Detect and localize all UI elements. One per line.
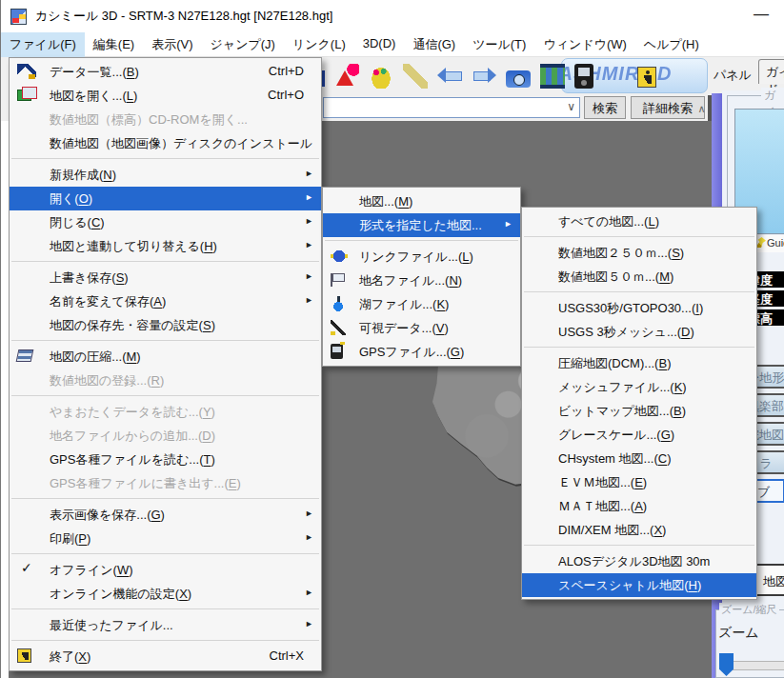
menu-item[interactable]: ALOSデジタル3D地図 30m: [522, 549, 756, 573]
menu-item[interactable]: GPSファイル...(G): [323, 340, 520, 364]
menu-item[interactable]: グレースケール...(G): [522, 423, 756, 447]
gps-icon: [331, 344, 343, 359]
menu-item[interactable]: USGS 3秒メッシュ...(D): [522, 320, 756, 344]
search-button[interactable]: 検索: [584, 96, 626, 119]
menu-item[interactable]: 上書き保存(S)►: [10, 266, 321, 289]
guide-button[interactable]: Guide: [754, 235, 784, 252]
tab-guide[interactable]: ガイド: [758, 59, 784, 84]
menu-item[interactable]: 最近使ったファイル...►: [10, 613, 321, 637]
menu-item[interactable]: オンライン機能の設定(X)►: [10, 582, 321, 606]
menu-item[interactable]: 地図の圧縮...(M): [10, 345, 321, 369]
menubar-item[interactable]: ツール(T): [464, 32, 534, 57]
menu-separator: [524, 347, 754, 348]
zoom-groupbox-label: ズーム/縮尺: [719, 603, 779, 617]
camera-icon[interactable]: [506, 70, 531, 88]
menu-item[interactable]: 地図の保存先・容量の設定(S): [10, 313, 321, 337]
minimize-button[interactable]: —: [749, 6, 774, 23]
menu-separator: [11, 498, 319, 499]
menu-item[interactable]: 可視データ...(V): [323, 316, 520, 340]
menubar-item[interactable]: 通信(G): [404, 32, 464, 57]
menu-separator: [524, 291, 754, 292]
flag-icon: [331, 273, 344, 287]
menu-item[interactable]: 地図と連動して切り替える(H)►: [10, 234, 321, 258]
menu-item-label: やまおたくデータを読む...(Y): [50, 405, 215, 419]
help-icon[interactable]: [603, 64, 628, 89]
arrow-left-icon[interactable]: [437, 64, 462, 89]
menu-item-label: 数値地図の登録...(R): [50, 373, 164, 388]
menu-item[interactable]: 数値地図（標高）CD-ROMを開く...: [10, 108, 321, 131]
menu-item[interactable]: 形式を指定した地図...►: [323, 213, 520, 237]
menu-item[interactable]: 名前を変えて保存(A)►: [10, 289, 321, 313]
search-combobox[interactable]: ∨: [323, 97, 580, 118]
menubar-item[interactable]: 編集(E): [85, 32, 143, 57]
menu-item[interactable]: リンクファイル...(L): [323, 245, 520, 269]
window-title: カシミール 3D - SRTM-3 N27E128.hgt [N27E128.h…: [35, 8, 332, 25]
menu-item[interactable]: 終了(X)Ctrl+X: [10, 645, 321, 668]
menu-item[interactable]: USGS30秒/GTOPO30...(I): [522, 296, 756, 320]
menubar-item[interactable]: ウィンドウ(W): [534, 32, 634, 57]
menu-item[interactable]: オフライン(W): [10, 558, 321, 582]
menu-item[interactable]: スペースシャトル地図(H): [522, 573, 756, 597]
mountain-flag-icon[interactable]: [334, 64, 359, 89]
chevron-down-icon[interactable]: ∨: [567, 100, 575, 113]
compress-icon: [16, 349, 34, 362]
menu-item[interactable]: やまおたくデータを読む...(Y): [10, 400, 321, 424]
submenu-arrow-icon: ►: [305, 216, 313, 226]
menu-item[interactable]: CHsystem 地図...(C): [522, 447, 756, 470]
menu-item[interactable]: 地名ファイル...(N): [323, 269, 520, 292]
app-logo-icon: [10, 9, 27, 25]
ruler-icon[interactable]: [403, 64, 428, 89]
menu-item[interactable]: 地図...(M): [323, 189, 520, 213]
menu-item[interactable]: すべての地図...(L): [522, 209, 756, 233]
menu-item[interactable]: ビットマップ地図...(B): [522, 399, 756, 423]
menu-item[interactable]: 表示画像を保存...(G)►: [10, 503, 321, 527]
menu-item-label: DIM/XEM 地図...(X): [558, 523, 666, 537]
visible-pen-icon: [331, 320, 346, 335]
palette-icon[interactable]: [369, 64, 393, 89]
menu-item[interactable]: ＭＡＴ地図...(A): [522, 494, 756, 518]
menu-item[interactable]: 地名ファイルからの追加...(D): [10, 424, 321, 448]
menu-item[interactable]: メッシュファイル...(K): [522, 375, 756, 399]
menu-item-label: 印刷(P): [50, 531, 90, 546]
menu-separator: [11, 158, 319, 159]
menu-item[interactable]: ＥＶＭ地図...(E): [522, 470, 756, 494]
menu-item-label: GPS各種ファイルを読む...(T): [50, 452, 215, 467]
menu-item[interactable]: データ一覧...(B)Ctrl+D: [10, 60, 321, 84]
menu-item[interactable]: 数値地図（地図画像）ディスクのインストール: [10, 131, 321, 155]
menubar-item[interactable]: 3D(D): [354, 32, 405, 57]
menu-item[interactable]: 数値地図の登録...(R): [10, 369, 321, 392]
menu-item[interactable]: 新規作成(N)►: [10, 163, 321, 187]
menu-item[interactable]: 圧縮地図(DCM)...(B): [522, 351, 756, 375]
guide-button-label: Guide: [767, 237, 784, 249]
menu-item-label: ALOSデジタル3D地図 30m: [558, 554, 710, 568]
menubar-item[interactable]: ファイル(F): [1, 32, 85, 57]
film-icon[interactable]: [540, 64, 565, 89]
link-globe-icon: [331, 249, 348, 264]
menu-item[interactable]: 数値地図５０ｍ...(M): [522, 265, 756, 289]
exit-walk-icon[interactable]: [637, 67, 656, 88]
menu-item[interactable]: GPS各種ファイルを読む...(T): [10, 448, 321, 471]
menu-item-label: 地図の保存先・容量の設定(S): [50, 318, 215, 332]
gps-device-icon[interactable]: [574, 64, 593, 89]
menubar-item[interactable]: リンク(L): [284, 32, 354, 57]
menu-item-label: 最近使ったファイル...: [50, 618, 173, 632]
menubar-item[interactable]: 表示(V): [143, 32, 201, 57]
menu-separator: [11, 608, 319, 609]
menu-item[interactable]: 閉じる(C)►: [10, 210, 321, 234]
menu-item-label: グレースケール...(G): [558, 428, 674, 442]
menu-item[interactable]: 数値地図２５０ｍ...(S): [522, 241, 756, 265]
menu-item[interactable]: 印刷(P)►: [10, 527, 321, 550]
menu-item-label: 数値地図（標高）CD-ROMを開く...: [50, 112, 248, 127]
menubar-item[interactable]: ジャンプ(J): [202, 32, 284, 57]
menu-item[interactable]: DIM/XEM 地図...(X): [522, 518, 756, 542]
menubar-item[interactable]: ヘルプ(H): [635, 32, 708, 57]
menu-item[interactable]: 湖ファイル...(K): [323, 292, 520, 316]
menu-item[interactable]: 地図を開く...(L)Ctrl+O: [10, 84, 321, 108]
menu-item-label: 可視データ...(V): [359, 321, 449, 335]
menu-item[interactable]: 開く(O)►: [10, 187, 321, 210]
menu-item-label: 上書き保存(S): [50, 270, 129, 285]
submenu-arrow-icon: ►: [305, 169, 313, 178]
menu-item-label: 圧縮地図(DCM)...(B): [558, 356, 671, 370]
menu-item[interactable]: GPS各種ファイルに書き出す...(E): [10, 471, 321, 495]
arrow-right-icon[interactable]: [472, 64, 496, 89]
